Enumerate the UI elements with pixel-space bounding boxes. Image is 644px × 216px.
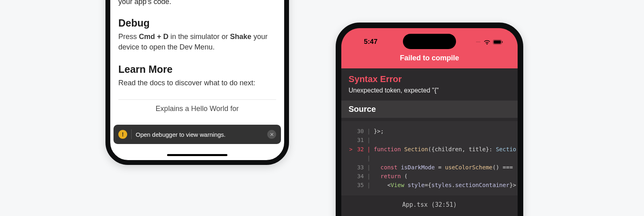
gutter-pipe: | — [367, 154, 370, 163]
battery-icon — [493, 39, 503, 45]
phone-mockup-left: your app's code. Debug Press Cmd + D in … — [105, 0, 289, 165]
section-heading-learn-more: Learn More — [118, 64, 276, 75]
line-number: 32 — [353, 145, 364, 154]
code-line: 31 | — [347, 136, 510, 144]
line-number: 31 — [353, 136, 364, 144]
gutter-marker: > — [347, 145, 353, 154]
home-indicator[interactable] — [167, 154, 227, 156]
text: in the simulator or — [169, 33, 230, 41]
warning-icon: ! — [118, 130, 127, 139]
gutter-pipe: | — [367, 163, 370, 172]
divider — [118, 99, 276, 100]
gutter-pipe: | — [367, 145, 370, 154]
line-number: 34 — [353, 172, 364, 181]
section-heading-debug: Debug — [118, 17, 276, 29]
error-banner-area: 5:47 •••• Failed to compile — [341, 28, 518, 68]
warning-toast[interactable]: ! Open debugger to view warnings. ✕ — [114, 125, 281, 144]
line-number: 30 — [353, 127, 364, 136]
bold-text: Cmd + D — [139, 33, 169, 41]
section-body-debug: Press Cmd + D in the simulator or Shake … — [118, 31, 276, 52]
line-number: 35 — [353, 181, 364, 189]
close-icon[interactable]: ✕ — [267, 130, 276, 139]
source-header: Source — [341, 101, 518, 118]
explains-partial: Explains a Hello World for — [118, 105, 276, 113]
error-message: Unexpected token, expected "{" — [349, 87, 510, 94]
status-icons: •••• — [476, 39, 503, 45]
gutter-pipe: | — [367, 172, 370, 181]
code-line: 35 | <View style={styles.sectionContaine… — [347, 181, 510, 189]
code-content: <View style={styles.sectionContainer}> — [374, 181, 516, 189]
error-header: Syntax Error Unexpected token, expected … — [341, 68, 518, 101]
status-dots-icon: •••• — [476, 41, 481, 43]
code-line-error: > 32 | function Section({children, title… — [347, 145, 510, 154]
code-line: 34 | return ( — [347, 172, 510, 181]
section-body-learn-more: Read the docs to discover what to do nex… — [118, 78, 276, 88]
svg-rect-1 — [494, 40, 501, 43]
code-content: return ( — [374, 172, 407, 181]
gutter-pipe: | — [367, 127, 370, 136]
svg-rect-2 — [502, 41, 503, 43]
code-line: 33 | const isDarkMode = useColorScheme()… — [347, 163, 510, 172]
file-location: App.tsx (32:51) — [341, 195, 518, 214]
status-time: 5:47 — [364, 38, 378, 46]
error-title: Syntax Error — [349, 74, 510, 84]
content-scroll: your app's code. Debug Press Cmd + D in … — [118, 0, 276, 113]
code-block: 30 | }>; 31 | > 32 | function Section({c… — [341, 121, 518, 195]
phone-mockup-right: 5:47 •••• Failed to compile Syntax Error… — [336, 23, 523, 216]
toast-message: Open debugger to view warnings. — [136, 131, 263, 138]
code-content: function Section({children, title}: Sect… — [374, 145, 516, 154]
screen: your app's code. Debug Press Cmd + D in … — [110, 0, 284, 160]
code-content: const isDarkMode = useColorScheme() === — [374, 163, 513, 172]
wifi-icon — [483, 39, 491, 45]
gutter-pipe: | — [367, 181, 370, 189]
code-content: }>; — [374, 127, 384, 136]
gutter-pipe: | — [367, 136, 370, 144]
dynamic-island — [403, 34, 456, 49]
text: Press — [118, 33, 139, 41]
code-line: | — [347, 154, 510, 163]
line-number: 33 — [353, 163, 364, 172]
bold-text: Shake — [230, 33, 252, 41]
code-line: 30 | }>; — [347, 127, 510, 136]
partial-line: your app's code. — [118, 0, 276, 7]
compile-banner: Failed to compile — [341, 51, 518, 62]
toast-divider — [131, 130, 132, 139]
